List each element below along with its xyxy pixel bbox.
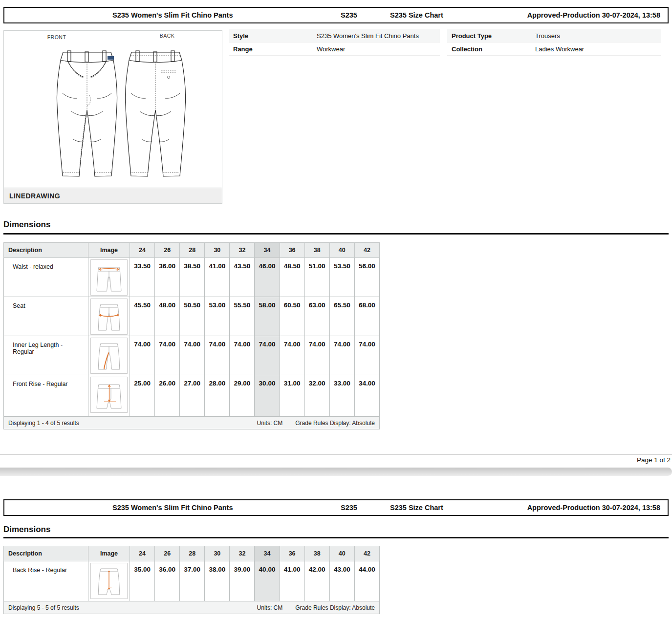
dimension-value: 53.50 [329, 258, 354, 297]
size-column-header: 32 [230, 546, 255, 561]
dimension-value: 25.00 [130, 375, 155, 417]
dimension-value: 48.50 [280, 258, 304, 297]
dimension-row: Back Rise - Regular 35.0036.0037.0038.00… [4, 561, 380, 601]
linedrawing-panel: FRONT BACK [3, 30, 222, 204]
style-value: S235 Women's Slim Fit Chino Pants [317, 32, 440, 40]
size-column-header: 24 [130, 546, 155, 561]
header-style-name: S235 Women's Slim Fit Chino Pants [112, 11, 233, 19]
dimension-value: 53.00 [205, 297, 230, 336]
dimension-value: 31.00 [280, 375, 304, 417]
style-info-left: Style S235 Women's Slim Fit Chino Pants … [229, 29, 440, 56]
description-column-header: Description [4, 243, 88, 258]
dimension-value: 55.50 [230, 297, 255, 336]
dimension-value: 60.50 [280, 297, 304, 336]
waist-sketch-image [90, 259, 128, 296]
dimension-value: 32.00 [304, 375, 329, 417]
header-approval-status: Approved-Production 30-07-2024, 13:58 [527, 11, 660, 19]
table-body: Back Rise - Regular 35.0036.0037.0038.00… [4, 561, 380, 601]
size-column-header: 36 [280, 546, 304, 561]
product-type-label: Product Type [447, 32, 535, 40]
dimension-value: 56.00 [354, 258, 379, 297]
dimension-value: 28.00 [205, 375, 230, 417]
pants-technical-drawing [4, 36, 223, 187]
header-style-code: S235 [341, 11, 357, 19]
dimension-value: 65.50 [329, 297, 354, 336]
style-info-row: Collection Ladies Workwear [447, 43, 661, 56]
table-footer-row: Displaying 5 - 5 of 5 results Units: CM … [4, 601, 380, 614]
dimension-value: 39.00 [230, 561, 255, 601]
results-count: Displaying 1 - 4 of 5 results [8, 420, 79, 427]
range-value: Workwear [317, 45, 440, 53]
size-column-header: 36 [280, 243, 304, 258]
page-footer-rule [0, 454, 672, 454]
dimension-value: 46.00 [255, 258, 280, 297]
dimension-value: 27.00 [180, 375, 205, 417]
dimension-value: 74.00 [304, 336, 329, 375]
dimension-value: 33.50 [130, 258, 155, 297]
size-column-header: 34 [255, 546, 280, 561]
dimension-value: 33.00 [329, 375, 354, 417]
dimension-description: Inner Leg Length - Regular [4, 336, 88, 375]
dimension-value: 41.00 [280, 561, 304, 601]
section-rule [3, 233, 669, 235]
units-label: Units: CM [257, 604, 283, 611]
size-column-header: 24 [130, 243, 155, 258]
range-label: Range [229, 45, 317, 53]
dimension-value: 74.00 [230, 336, 255, 375]
size-column-header: 34 [255, 243, 280, 258]
size-column-header: 38 [304, 546, 329, 561]
size-column-header: 42 [354, 546, 379, 561]
dimension-description: Seat [4, 297, 88, 336]
style-info-right: Product Type Trousers Collection Ladies … [447, 29, 661, 56]
dimensions-table: Description Image 24262830323436384042 W… [3, 242, 380, 429]
dimension-sketch-cell [88, 297, 130, 336]
dimension-value: 41.00 [205, 258, 230, 297]
waistband-brand-tag [108, 56, 114, 60]
dimension-value: 74.00 [255, 336, 280, 375]
dimension-value: 37.00 [180, 561, 205, 601]
dimension-sketch-cell [88, 375, 130, 417]
style-info-row: Product Type Trousers [447, 29, 661, 43]
size-column-header: 30 [205, 546, 230, 561]
dimension-value: 74.00 [205, 336, 230, 375]
dimension-value: 74.00 [354, 336, 379, 375]
style-info-row: Range Workwear [229, 43, 440, 56]
dimension-value: 34.00 [354, 375, 379, 417]
dimension-value: 26.00 [155, 375, 180, 417]
style-label: Style [229, 32, 317, 40]
size-column-header: 30 [205, 243, 230, 258]
results-count: Displaying 5 - 5 of 5 results [8, 604, 79, 611]
dimension-value: 43.00 [329, 561, 354, 601]
dimension-value: 42.00 [304, 561, 329, 601]
size-column-header: 28 [180, 243, 205, 258]
page-header: S235 Women's Slim Fit Chino Pants S235 S… [3, 7, 669, 23]
dimension-value: 43.50 [230, 258, 255, 297]
size-column-header: 26 [155, 546, 180, 561]
linedrawing-caption: LINEDRAWING [4, 188, 222, 203]
dimension-description: Back Rise - Regular [4, 561, 88, 601]
product-type-value: Trousers [535, 32, 661, 40]
dimension-value: 74.00 [155, 336, 180, 375]
dimension-sketch-cell [88, 561, 130, 601]
front-rise-sketch-image [90, 377, 128, 413]
dimension-value: 74.00 [130, 336, 155, 375]
dimension-value: 36.00 [155, 561, 180, 601]
header-document-title: S235 Size Chart [390, 504, 443, 512]
dimension-value: 29.00 [230, 375, 255, 417]
header-style-name: S235 Women's Slim Fit Chino Pants [112, 504, 233, 512]
dimensions-heading: Dimensions [3, 220, 50, 230]
dimension-row: Seat 45.5048.0050.5053.0055.5058.0060.50… [4, 297, 380, 336]
table-footer-row: Displaying 1 - 4 of 5 results Units: CM … [4, 417, 380, 429]
dimension-value: 74.00 [329, 336, 354, 375]
inner-leg-sketch-image [90, 338, 128, 374]
dimension-row: Waist - relaxed 33.5036.0038.5041.0043.5… [4, 258, 380, 297]
header-style-code: S235 [341, 504, 357, 512]
dimension-description: Waist - relaxed [4, 258, 88, 297]
dimension-value: 30.00 [255, 375, 280, 417]
units-label: Units: CM [257, 420, 283, 427]
size-column-header: 26 [155, 243, 180, 258]
collection-value: Ladies Workwear [535, 45, 661, 53]
collection-label: Collection [447, 45, 535, 53]
size-column-header: 32 [230, 243, 255, 258]
size-column-header: 28 [180, 546, 205, 561]
